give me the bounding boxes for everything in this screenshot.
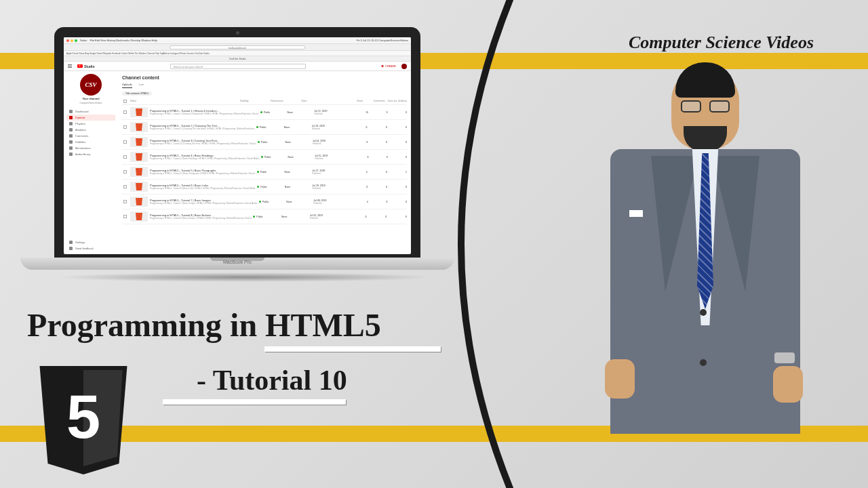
row-checkbox[interactable] xyxy=(123,170,127,174)
menubar-status: Fri 5 Jul 21:15:15 ComputerScienceVideos xyxy=(357,39,408,42)
sub-title: - Tutorial 10 xyxy=(197,364,441,396)
macos-menus[interactable]: File Edit View History Bookmarks Develop… xyxy=(90,39,157,42)
sidebar-item-audio-library[interactable]: Audio library xyxy=(66,151,115,157)
underline xyxy=(264,346,441,352)
row-checkbox[interactable] xyxy=(123,200,127,203)
table-row[interactable]: Programming in HTML5 - Tutorial 8 | Basi… xyxy=(122,209,407,224)
minimize-icon[interactable] xyxy=(71,39,73,42)
visibility-badge[interactable]: Public xyxy=(257,171,285,174)
laptop-mockup: Safari File Edit View History Bookmarks … xyxy=(54,27,420,282)
studio-main: Channel content UploadsLive Title contai… xyxy=(118,71,411,254)
table-row[interactable]: Programming in HTML5 - Tutorial 4 | Basi… xyxy=(122,150,407,165)
visibility-badge[interactable]: Public xyxy=(256,126,284,129)
row-checkbox[interactable] xyxy=(123,185,127,188)
sidebar-item-analytics[interactable]: Analytics xyxy=(66,127,115,133)
table-row[interactable]: Programming in HTML5 - Tutorial 2 | Choo… xyxy=(122,120,407,135)
select-all-checkbox[interactable] xyxy=(123,100,127,103)
visibility-badge[interactable]: Public xyxy=(258,141,285,144)
filter-chip[interactable]: Title contains: HTML5 xyxy=(122,92,152,96)
maximize-icon[interactable] xyxy=(75,39,77,42)
page-title: Channel content xyxy=(122,75,407,80)
video-thumbnail xyxy=(130,137,148,147)
row-checkbox[interactable] xyxy=(123,155,127,159)
tab-uploads[interactable]: Uploads xyxy=(122,83,132,88)
video-thumbnail xyxy=(130,122,148,132)
row-checkbox[interactable] xyxy=(123,140,127,144)
sidebar-item-content[interactable]: Content xyxy=(66,115,115,121)
url-field[interactable]: studio.youtube.com xyxy=(170,45,305,49)
channel-label: Your channel xyxy=(66,97,115,100)
visibility-badge[interactable]: Public xyxy=(261,156,288,159)
video-thumbnail xyxy=(130,152,148,162)
row-checkbox[interactable] xyxy=(123,125,127,129)
table-row[interactable]: Programming in HTML5 - Tutorial 7 | Basi… xyxy=(122,195,407,209)
close-icon[interactable] xyxy=(66,39,69,42)
table-header: Video Visibility Restrictions Date ↓ Vie… xyxy=(122,98,407,105)
table-row[interactable]: Programming in HTML5 - Tutorial 3 | Crea… xyxy=(122,135,407,150)
sidebar-item-monetization[interactable]: Monetization xyxy=(66,145,115,151)
visibility-badge[interactable]: Public xyxy=(253,216,281,218)
browser-addressbar: studio.youtube.com xyxy=(64,44,411,51)
channel-brand: Computer Science Videos xyxy=(629,33,814,53)
video-table: Video Visibility Restrictions Date ↓ Vie… xyxy=(122,98,407,224)
laptop-display: Safari File Edit View History Bookmarks … xyxy=(64,37,411,254)
visibility-badge[interactable]: Public xyxy=(259,201,286,203)
channel-handle: ComputerScienceVideos xyxy=(66,102,115,104)
bookmarks-bar[interactable]: Apple iCloud Yahoo Bing Google Gmail Wik… xyxy=(64,51,411,56)
video-thumbnail xyxy=(130,182,148,192)
sidebar-item-dashboard[interactable]: Dashboard xyxy=(66,108,115,115)
tab-live[interactable]: Live xyxy=(139,83,144,88)
video-thumbnail xyxy=(130,167,148,177)
underline xyxy=(163,399,346,405)
app-name: Safari xyxy=(80,39,87,42)
studio-logo[interactable]: Studio xyxy=(77,64,95,68)
sidebar-item-subtitles[interactable]: Subtitles xyxy=(66,139,115,145)
browser-tab[interactable]: YouTube Studio xyxy=(64,56,411,62)
avatar[interactable] xyxy=(401,64,407,69)
sidebar-item-playlists[interactable]: Playlists xyxy=(66,121,115,127)
table-row[interactable]: Programming in HTML5 - Tutorial 6 | Basi… xyxy=(122,180,407,195)
video-thumbnail xyxy=(130,211,148,222)
search-input[interactable]: Search across your channel xyxy=(170,64,306,69)
html5-logo-icon: 5 xyxy=(33,366,134,481)
visibility-badge[interactable]: Public xyxy=(260,111,288,114)
youtube-icon xyxy=(77,64,83,68)
macos-menubar: Safari File Edit View History Bookmarks … xyxy=(64,37,411,44)
hamburger-icon[interactable] xyxy=(68,64,72,68)
video-thumbnail xyxy=(130,107,148,117)
sidebar-item-send-feedback[interactable]: Send feedback xyxy=(66,245,96,251)
main-title: Programming in HTML5 xyxy=(27,306,441,344)
table-row[interactable]: Programming in HTML5 - Tutorial 1 | Hist… xyxy=(122,105,407,120)
channel-avatar[interactable]: CSV xyxy=(80,74,102,96)
create-button[interactable]: ⦿ CREATE xyxy=(381,64,396,68)
studio-sidebar: CSV Your channel ComputerScienceVideos D… xyxy=(64,71,118,254)
video-thumbnail xyxy=(130,197,148,207)
sidebar-item-comments[interactable]: Comments xyxy=(66,133,115,139)
row-checkbox[interactable] xyxy=(123,215,127,218)
visibility-badge[interactable]: Public xyxy=(257,186,285,188)
sidebar-item-settings[interactable]: Settings xyxy=(66,239,96,245)
laptop-base: MacBook Pro xyxy=(20,258,454,270)
presenter-photo xyxy=(597,68,814,474)
row-checkbox[interactable] xyxy=(123,110,127,114)
table-row[interactable]: Programming in HTML5 - Tutorial 5 | Basi… xyxy=(122,165,407,180)
studio-header: Studio Search across your channel ⦿ CREA… xyxy=(64,62,411,71)
